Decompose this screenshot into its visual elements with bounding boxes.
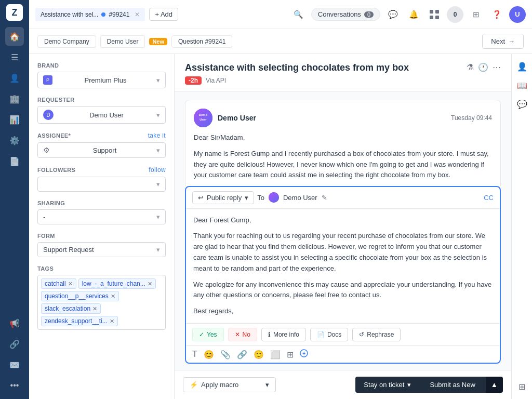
tags-container[interactable]: catchall ✕ low_-_a_future_chan... ✕ ques… — [37, 275, 166, 330]
badge-icon[interactable]: 0 — [447, 6, 463, 23]
chevron-down-icon: ▾ — [245, 194, 248, 202]
tag-remove-icon[interactable]: ✕ — [92, 305, 97, 312]
reply-arrow-icon: ↩ — [198, 194, 204, 202]
add-button[interactable]: + Add — [149, 8, 178, 21]
chat-icon[interactable]: 💬 — [384, 6, 401, 23]
tag-4[interactable]: slack_escalation ✕ — [41, 303, 101, 314]
grid-icon[interactable]: ⊞ — [514, 378, 530, 395]
attachment-icon[interactable]: 📎 — [220, 350, 231, 360]
tag-remove-icon[interactable]: ✕ — [111, 293, 115, 300]
no-button[interactable]: ✕ No — [228, 328, 257, 341]
assignee-icon: ⚙ — [43, 146, 50, 154]
table-icon[interactable]: ⊞ — [287, 350, 294, 360]
nav-tickets[interactable]: ☰ — [5, 48, 24, 66]
ticket-tab[interactable]: Question #99241 — [171, 35, 232, 48]
form-field: Form Support Request ▾ — [37, 233, 166, 257]
take-it-link[interactable]: take it — [148, 132, 166, 139]
tab-close-icon[interactable]: ✕ — [135, 11, 140, 18]
tag-2[interactable]: low_-_a_future_chan... ✕ — [78, 278, 156, 289]
nav-campaigns[interactable]: 📢 — [5, 314, 24, 332]
svg-rect-2 — [430, 16, 433, 19]
nav-home[interactable]: 🏠 — [5, 27, 24, 46]
ai-icon[interactable]: ✦ — [300, 349, 308, 360]
more-icon[interactable]: ⋯ — [493, 62, 501, 72]
chat-history-icon[interactable]: 💬 — [514, 96, 530, 112]
reply-toolbar: ↩ Public reply ▾ To Demo User ✎ — [186, 187, 500, 209]
user-tab[interactable]: Demo User — [100, 35, 145, 48]
sharing-select[interactable]: - ▾ — [37, 209, 166, 224]
svg-text:Demo: Demo — [199, 113, 208, 116]
nav-companies[interactable]: 🏢 — [5, 89, 24, 108]
requester-avatar: D — [43, 110, 54, 120]
docs-button[interactable]: 📄 Docs — [310, 328, 348, 341]
tab-ticket[interactable]: Assistance with sel... #99241 ✕ — [35, 8, 145, 21]
requester-field: Requester D Demo User ▾ — [37, 97, 166, 124]
user-avatar[interactable]: U — [509, 6, 526, 23]
brand-select[interactable]: P Premium Plus ▾ — [37, 72, 166, 88]
book-icon[interactable]: 📖 — [514, 77, 530, 94]
tags-label: Tags — [37, 265, 166, 272]
tag-5[interactable]: zendesk_support__ti... ✕ — [41, 316, 118, 326]
reply-type-button[interactable]: ↩ Public reply ▾ — [192, 191, 254, 204]
nav-email[interactable]: ✉️ — [5, 355, 24, 374]
nav-integrations[interactable]: 🔗 — [5, 335, 24, 353]
reply-area: ↩ Public reply ▾ To Demo User ✎ — [185, 186, 501, 364]
sharing-field: Sharing - ▾ — [37, 200, 166, 224]
history-icon[interactable]: 🕐 — [478, 62, 488, 72]
apps-icon[interactable]: ⊞ — [468, 6, 484, 23]
assignee-select[interactable]: ⚙ Support ▾ — [37, 142, 166, 158]
chevron-down-icon: ▾ — [407, 381, 411, 389]
snippet-icon[interactable]: ⬜ — [270, 350, 281, 360]
emoji-icon[interactable]: 😊 — [204, 350, 214, 360]
nav-docs[interactable]: 📄 — [5, 152, 24, 170]
tag-remove-icon[interactable]: ✕ — [68, 281, 73, 287]
secondary-sidebar: 👤 📖 💬 ⊞ — [511, 54, 532, 399]
nav-reports[interactable]: 📊 — [5, 110, 24, 129]
cc-button[interactable]: CC — [484, 194, 494, 202]
macro-icon: ⚡ — [190, 381, 198, 389]
message-time: Tuesday 09:44 — [451, 114, 492, 122]
reply-body[interactable]: Dear Forest Gump, Thank you for reaching… — [186, 209, 500, 323]
followers-field: Followers follow ▾ — [37, 166, 166, 192]
bell-icon[interactable]: 🔔 — [405, 6, 422, 23]
filter-icon[interactable]: ⚗ — [467, 62, 474, 72]
emoticon-icon[interactable]: 🙂 — [254, 350, 264, 360]
conversations-button[interactable]: Conversations 0 — [311, 8, 380, 21]
company-tab[interactable]: Demo Company — [37, 35, 96, 48]
link-icon[interactable]: 🔗 — [237, 350, 247, 360]
breadcrumb: Demo Company Demo User New Question #992… — [29, 29, 532, 54]
nav-more[interactable]: ••• — [5, 376, 24, 395]
search-icon[interactable]: 🔍 — [290, 6, 307, 23]
followers-select[interactable]: ▾ — [37, 177, 166, 192]
chevron-down-icon: ▾ — [156, 76, 160, 84]
form-select[interactable]: Support Request ▾ — [37, 242, 166, 257]
edit-icon[interactable]: ✎ — [322, 194, 327, 202]
requester-label: Requester — [37, 97, 166, 103]
follow-link[interactable]: follow — [149, 166, 166, 174]
text-format-icon[interactable]: T — [192, 350, 197, 359]
submit-dropdown-button[interactable]: ▲ — [486, 377, 503, 393]
tag-catchall[interactable]: catchall ✕ — [41, 278, 76, 289]
stay-on-ticket-button[interactable]: Stay on ticket ▾ — [355, 377, 419, 393]
nav-settings[interactable]: ⚙️ — [5, 131, 24, 150]
product-icon[interactable] — [426, 6, 443, 23]
ticket-actions: ⚗ 🕐 ⋯ — [467, 62, 501, 72]
conversations-label: Conversations — [318, 10, 361, 18]
user-profile-icon[interactable]: 👤 — [514, 58, 530, 75]
more-info-button[interactable]: ℹ More info — [261, 328, 306, 341]
macro-button[interactable]: ⚡ Apply macro ▾ — [183, 377, 276, 392]
help-icon[interactable]: ❓ — [488, 6, 505, 23]
topbar: Assistance with sel... #99241 ✕ + Add 🔍 … — [29, 0, 532, 29]
tab-id: #99241 — [109, 11, 129, 18]
yes-button[interactable]: ✓ Yes — [192, 328, 224, 341]
next-button[interactable]: Next → — [482, 34, 524, 49]
svg-point-7 — [269, 192, 279, 203]
tag-remove-icon[interactable]: ✕ — [148, 281, 152, 287]
tag-remove-icon[interactable]: ✕ — [110, 318, 114, 325]
requester-select[interactable]: D Demo User ▾ — [37, 106, 166, 124]
tab-dot — [101, 12, 105, 17]
tag-3[interactable]: question__p__services ✕ — [41, 291, 119, 301]
nav-contacts[interactable]: 👤 — [5, 69, 24, 87]
rephrase-button[interactable]: ↺ Rephrase — [352, 328, 401, 341]
submit-as-new-button[interactable]: Submit as New — [419, 377, 485, 393]
